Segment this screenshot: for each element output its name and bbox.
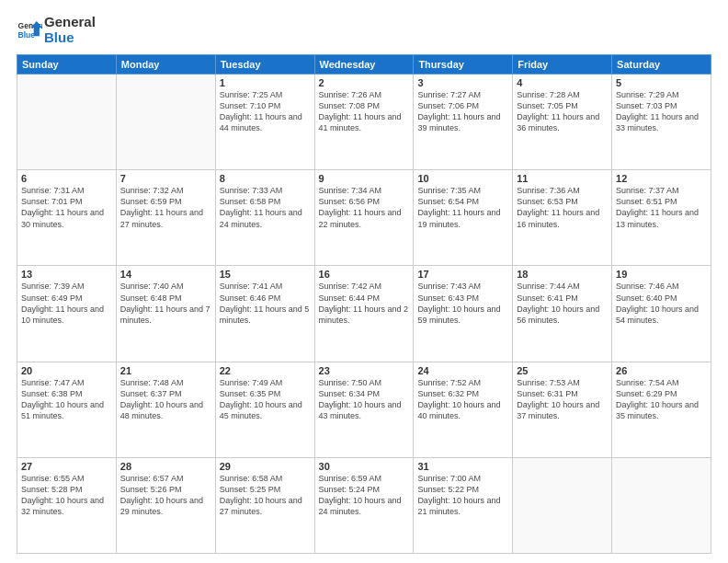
day-number: 16 [319,269,410,280]
day-number: 18 [517,269,608,280]
day-number: 15 [220,269,311,280]
weekday-thursday: Thursday [414,55,513,75]
calendar-cell: 19Sunrise: 7:46 AM Sunset: 6:40 PM Dayli… [612,266,711,362]
day-number: 1 [220,77,311,88]
svg-text:Blue: Blue [18,29,36,39]
calendar-cell: 23Sunrise: 7:50 AM Sunset: 6:34 PM Dayli… [314,362,414,457]
day-number: 13 [21,269,112,280]
day-info: Sunrise: 7:35 AM Sunset: 6:54 PM Dayligh… [417,185,508,230]
day-info: Sunrise: 7:53 AM Sunset: 6:31 PM Dayligh… [517,377,608,422]
day-number: 4 [517,77,608,88]
day-info: Sunrise: 7:31 AM Sunset: 7:01 PM Dayligh… [21,185,112,230]
logo: General Blue General Blue [17,15,96,45]
day-info: Sunrise: 7:27 AM Sunset: 7:06 PM Dayligh… [417,89,508,134]
day-number: 23 [319,365,410,376]
day-number: 5 [616,77,707,88]
day-number: 2 [319,77,410,88]
day-info: Sunrise: 6:59 AM Sunset: 5:24 PM Dayligh… [319,473,410,518]
weekday-monday: Monday [116,55,215,75]
day-number: 9 [319,173,410,184]
day-number: 7 [120,173,211,184]
day-number: 8 [220,173,311,184]
calendar-cell: 30Sunrise: 6:59 AM Sunset: 5:24 PM Dayli… [314,457,414,553]
calendar-cell: 13Sunrise: 7:39 AM Sunset: 6:49 PM Dayli… [17,266,117,362]
calendar-cell: 10Sunrise: 7:35 AM Sunset: 6:54 PM Dayli… [414,170,513,266]
calendar-cell: 12Sunrise: 7:37 AM Sunset: 6:51 PM Dayli… [612,170,711,266]
weekday-friday: Friday [513,55,612,75]
day-number: 22 [220,365,311,376]
day-number: 14 [120,269,211,280]
day-info: Sunrise: 7:37 AM Sunset: 6:51 PM Dayligh… [616,185,707,230]
calendar-cell: 26Sunrise: 7:54 AM Sunset: 6:29 PM Dayli… [612,362,711,457]
day-info: Sunrise: 7:50 AM Sunset: 6:34 PM Dayligh… [319,377,410,422]
day-number: 19 [616,269,707,280]
calendar-cell [116,75,215,170]
calendar-cell: 14Sunrise: 7:40 AM Sunset: 6:48 PM Dayli… [116,266,215,362]
day-info: Sunrise: 7:40 AM Sunset: 6:48 PM Dayligh… [120,281,211,326]
calendar-cell [612,457,711,553]
calendar-cell: 27Sunrise: 6:55 AM Sunset: 5:28 PM Dayli… [17,457,117,553]
day-info: Sunrise: 7:47 AM Sunset: 6:38 PM Dayligh… [21,377,112,422]
logo-icon: General Blue [17,17,42,43]
calendar-cell: 20Sunrise: 7:47 AM Sunset: 6:38 PM Dayli… [17,362,117,457]
calendar-cell [513,457,612,553]
calendar-cell: 1Sunrise: 7:25 AM Sunset: 7:10 PM Daylig… [215,75,314,170]
week-row-1: 1Sunrise: 7:25 AM Sunset: 7:10 PM Daylig… [17,75,711,170]
calendar-cell: 18Sunrise: 7:44 AM Sunset: 6:41 PM Dayli… [513,266,612,362]
day-number: 10 [417,173,508,184]
calendar-cell: 21Sunrise: 7:48 AM Sunset: 6:37 PM Dayli… [116,362,215,457]
weekday-wednesday: Wednesday [314,55,414,75]
calendar-cell: 15Sunrise: 7:41 AM Sunset: 6:46 PM Dayli… [215,266,314,362]
week-row-5: 27Sunrise: 6:55 AM Sunset: 5:28 PM Dayli… [17,457,711,553]
day-info: Sunrise: 7:41 AM Sunset: 6:46 PM Dayligh… [220,281,311,326]
day-info: Sunrise: 7:36 AM Sunset: 6:53 PM Dayligh… [517,185,608,230]
day-number: 29 [220,461,311,472]
day-info: Sunrise: 7:48 AM Sunset: 6:37 PM Dayligh… [120,377,211,422]
day-info: Sunrise: 7:33 AM Sunset: 6:58 PM Dayligh… [220,185,311,230]
day-number: 28 [120,461,211,472]
day-info: Sunrise: 7:25 AM Sunset: 7:10 PM Dayligh… [220,89,311,134]
weekday-saturday: Saturday [612,55,711,75]
page: General Blue General Blue SundayMondayTu… [0,0,728,563]
day-number: 30 [319,461,410,472]
day-number: 6 [21,173,112,184]
day-info: Sunrise: 7:29 AM Sunset: 7:03 PM Dayligh… [616,89,707,134]
day-number: 26 [616,365,707,376]
day-info: Sunrise: 7:43 AM Sunset: 6:43 PM Dayligh… [417,281,508,326]
calendar-cell: 29Sunrise: 6:58 AM Sunset: 5:25 PM Dayli… [215,457,314,553]
weekday-tuesday: Tuesday [215,55,314,75]
calendar-cell: 2Sunrise: 7:26 AM Sunset: 7:08 PM Daylig… [314,75,414,170]
day-info: Sunrise: 7:46 AM Sunset: 6:40 PM Dayligh… [616,281,707,326]
day-info: Sunrise: 7:49 AM Sunset: 6:35 PM Dayligh… [220,377,311,422]
day-number: 24 [417,365,508,376]
logo-general: General [44,15,96,30]
day-info: Sunrise: 7:26 AM Sunset: 7:08 PM Dayligh… [319,89,410,134]
calendar-cell: 6Sunrise: 7:31 AM Sunset: 7:01 PM Daylig… [17,170,117,266]
calendar-cell: 22Sunrise: 7:49 AM Sunset: 6:35 PM Dayli… [215,362,314,457]
calendar-cell: 7Sunrise: 7:32 AM Sunset: 6:59 PM Daylig… [116,170,215,266]
calendar-cell: 5Sunrise: 7:29 AM Sunset: 7:03 PM Daylig… [612,75,711,170]
calendar-cell: 24Sunrise: 7:52 AM Sunset: 6:32 PM Dayli… [414,362,513,457]
week-row-2: 6Sunrise: 7:31 AM Sunset: 7:01 PM Daylig… [17,170,711,266]
day-info: Sunrise: 7:52 AM Sunset: 6:32 PM Dayligh… [417,377,508,422]
day-info: Sunrise: 6:57 AM Sunset: 5:26 PM Dayligh… [120,473,211,518]
day-info: Sunrise: 7:00 AM Sunset: 5:22 PM Dayligh… [417,473,508,518]
day-number: 31 [417,461,508,472]
day-number: 17 [417,269,508,280]
day-info: Sunrise: 7:34 AM Sunset: 6:56 PM Dayligh… [319,185,410,230]
calendar-table: SundayMondayTuesdayWednesdayThursdayFrid… [17,54,711,554]
day-info: Sunrise: 7:42 AM Sunset: 6:44 PM Dayligh… [319,281,410,326]
calendar-cell: 16Sunrise: 7:42 AM Sunset: 6:44 PM Dayli… [314,266,414,362]
calendar-cell: 25Sunrise: 7:53 AM Sunset: 6:31 PM Dayli… [513,362,612,457]
day-number: 20 [21,365,112,376]
day-info: Sunrise: 7:54 AM Sunset: 6:29 PM Dayligh… [616,377,707,422]
day-info: Sunrise: 7:32 AM Sunset: 6:59 PM Dayligh… [120,185,211,230]
day-info: Sunrise: 6:58 AM Sunset: 5:25 PM Dayligh… [220,473,311,518]
weekday-header-row: SundayMondayTuesdayWednesdayThursdayFrid… [17,55,711,75]
day-number: 27 [21,461,112,472]
calendar-cell: 31Sunrise: 7:00 AM Sunset: 5:22 PM Dayli… [414,457,513,553]
day-number: 25 [517,365,608,376]
day-info: Sunrise: 7:44 AM Sunset: 6:41 PM Dayligh… [517,281,608,326]
calendar-cell: 4Sunrise: 7:28 AM Sunset: 7:05 PM Daylig… [513,75,612,170]
calendar-cell: 11Sunrise: 7:36 AM Sunset: 6:53 PM Dayli… [513,170,612,266]
